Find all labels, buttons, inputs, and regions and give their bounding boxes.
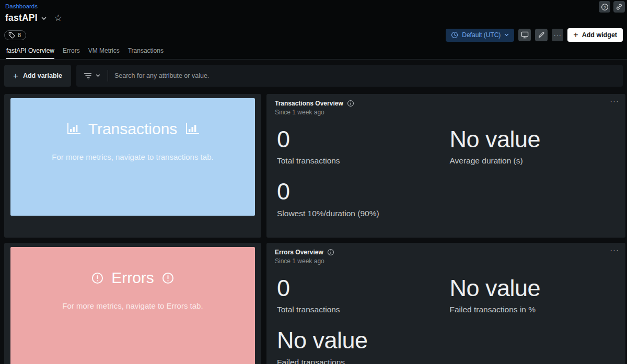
svg-text:?: ? xyxy=(603,5,606,9)
billboard-metrics: 0 Total transactions No value Failed tra… xyxy=(275,276,617,364)
metric-value: 0 xyxy=(277,276,445,300)
transactions-overview-card[interactable]: Transactions Overview ··· Since 1 week a… xyxy=(266,94,625,238)
banner-subtitle-text: For more metrics, navigate to Errors tab… xyxy=(62,301,203,310)
help-button[interactable]: ? xyxy=(599,1,610,13)
tab-transactions[interactable]: Transactions xyxy=(128,47,164,59)
link-icon xyxy=(616,3,623,10)
metric-value: No value xyxy=(450,127,618,151)
metric: 0 Total transactions xyxy=(277,276,445,314)
metric-label: Average duration (s) xyxy=(450,156,618,166)
metric-label: Total transactions xyxy=(277,305,445,314)
timezone-label: Default (UTC) xyxy=(462,31,501,39)
alert-circle-icon xyxy=(91,272,103,284)
widget-more-options-button[interactable]: ··· xyxy=(610,246,620,254)
metric-value: No value xyxy=(277,328,445,353)
add-widget-button[interactable]: + Add widget xyxy=(567,28,623,42)
widget-since: Since 1 week ago xyxy=(275,109,617,116)
metric-label: Total transactions xyxy=(277,156,445,166)
star-icon[interactable]: ☆ xyxy=(54,13,62,24)
metric-value: 0 xyxy=(277,127,445,151)
metric-label: Failed transactions xyxy=(277,358,445,364)
filter-type-selector[interactable] xyxy=(83,73,101,79)
chevron-down-icon xyxy=(504,33,509,37)
transactions-banner-panel: Transactions For more metrics, navigate … xyxy=(10,98,255,216)
filter-funnel-icon xyxy=(84,73,92,79)
help-icon: ? xyxy=(601,3,609,11)
search-bar xyxy=(76,65,623,87)
metric-value: 0 xyxy=(277,179,445,204)
info-icon[interactable] xyxy=(327,249,334,256)
tv-mode-button[interactable] xyxy=(518,29,531,41)
timezone-selector[interactable]: Default (UTC) xyxy=(446,29,514,42)
info-icon[interactable] xyxy=(347,100,354,107)
widget-since: Since 1 week ago xyxy=(275,257,617,265)
banner-subtitle-text: For more metrics, navigate to transactio… xyxy=(52,152,213,161)
breadcrumb[interactable]: Dashboards xyxy=(5,3,38,9)
metric: No value Failed transactions xyxy=(277,328,445,364)
plus-icon: + xyxy=(13,72,18,80)
search-input[interactable] xyxy=(114,72,617,79)
permalink-button[interactable] xyxy=(613,1,625,13)
tab-vm-metrics[interactable]: VM Metrics xyxy=(88,47,120,59)
errors-banner-panel: Errors For more metrics, navigate to Err… xyxy=(10,247,255,364)
metric-label: Slowest 10%/duration (90%) xyxy=(277,209,445,218)
pencil-icon xyxy=(538,31,545,39)
tab-errors[interactable]: Errors xyxy=(63,47,80,59)
add-variable-label: Add variable xyxy=(23,72,62,79)
chevron-down-icon[interactable] xyxy=(41,17,47,20)
filter-bar: + Add variable xyxy=(0,60,627,87)
edit-dashboard-button[interactable] xyxy=(535,29,548,41)
alert-circle-icon xyxy=(162,272,174,284)
widget-more-options-button[interactable]: ··· xyxy=(610,97,620,105)
tags-badge[interactable]: 8 xyxy=(4,30,26,40)
widget-title: Errors Overview xyxy=(275,249,323,256)
monitor-icon xyxy=(521,31,529,39)
add-variable-button[interactable]: + Add variable xyxy=(4,65,71,87)
transactions-banner-card[interactable]: Transactions For more metrics, navigate … xyxy=(4,94,261,238)
dashboard-tabs: fastAPI Overview Errors VM Metrics Trans… xyxy=(0,42,627,60)
divider xyxy=(108,70,108,81)
bar-chart-icon xyxy=(66,123,80,135)
bar-chart-icon xyxy=(185,123,199,135)
errors-banner-card[interactable]: Errors For more metrics, navigate to Err… xyxy=(4,243,261,364)
metric-label: Failed transactions in % xyxy=(450,305,618,314)
errors-overview-card[interactable]: Errors Overview ··· Since 1 week ago 0 T… xyxy=(266,243,625,364)
billboard-metrics: 0 Total transactions No value Average du… xyxy=(275,127,617,218)
header: Dashboards ? fastAPI ☆ 8 xyxy=(0,0,627,60)
metric: No value Failed transactions in % xyxy=(450,276,618,314)
page-title: fastAPI xyxy=(5,13,38,24)
add-widget-label: Add widget xyxy=(582,31,617,39)
tag-icon xyxy=(8,32,15,39)
chevron-down-icon xyxy=(96,74,100,77)
widget-grid: Transactions For more metrics, navigate … xyxy=(0,87,627,364)
widget-title: Transactions Overview xyxy=(275,100,343,107)
banner-title-text: Errors xyxy=(111,269,154,287)
tag-count: 8 xyxy=(18,32,21,38)
clock-icon xyxy=(451,31,458,39)
plus-icon: + xyxy=(573,31,578,39)
dashboard-more-options-button[interactable]: ··· xyxy=(552,29,563,41)
metric-value: No value xyxy=(450,276,618,300)
banner-title-text: Transactions xyxy=(88,120,178,138)
metric: No value Average duration (s) xyxy=(450,127,618,166)
metric: 0 Total transactions xyxy=(277,127,445,166)
tab-fastapi-overview[interactable]: fastAPI Overview xyxy=(6,47,54,59)
metric: 0 Slowest 10%/duration (90%) xyxy=(277,179,445,218)
